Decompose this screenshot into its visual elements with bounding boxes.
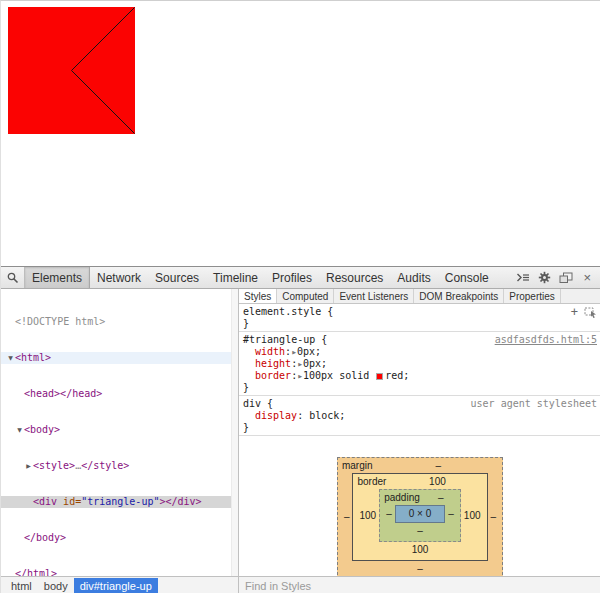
tab-sources[interactable]: Sources bbox=[148, 267, 206, 288]
margin-left-value[interactable]: – bbox=[344, 511, 350, 523]
sidebar-tabs: Styles Computed Event Listeners DOM Brea… bbox=[239, 289, 600, 304]
element-style-selector[interactable]: element.style { bbox=[243, 306, 333, 318]
padding-bottom-value[interactable]: – bbox=[384, 524, 456, 539]
tab-sources-label: Sources bbox=[155, 271, 199, 285]
padding-label: padding bbox=[384, 492, 426, 504]
expand-shorthand-icon[interactable]: ▶ bbox=[298, 358, 302, 370]
tab-profiles[interactable]: Profiles bbox=[265, 267, 319, 288]
breadcrumb-body[interactable]: body bbox=[38, 578, 74, 593]
expander-right-icon[interactable]: ▶ bbox=[24, 460, 33, 472]
toggle-element-state-icon[interactable] bbox=[584, 307, 597, 318]
tree-row-html[interactable]: ▼<html> bbox=[1, 352, 231, 364]
border-bottom-value[interactable]: 100 bbox=[357, 543, 482, 558]
user-agent-stylesheet-label: user agent stylesheet bbox=[471, 398, 597, 410]
expander-down-icon[interactable]: ▼ bbox=[15, 424, 24, 436]
div-selector[interactable]: div { bbox=[243, 398, 273, 410]
css-property-display[interactable]: display: block; bbox=[243, 410, 597, 422]
body-close-tag: </body> bbox=[24, 532, 66, 543]
styles-sidebar: Styles Computed Event Listeners DOM Brea… bbox=[239, 289, 600, 593]
tree-row-body[interactable]: ▼<body> bbox=[1, 424, 231, 436]
breadcrumb-html[interactable]: html bbox=[5, 578, 38, 593]
tab-styles-label: Styles bbox=[244, 291, 271, 302]
padding-left-value[interactable]: – bbox=[386, 508, 392, 520]
find-in-styles-placeholder: Find in Styles bbox=[245, 580, 311, 592]
border-right-value[interactable]: 100 bbox=[464, 510, 481, 522]
dock-window-icon bbox=[559, 272, 573, 284]
tab-properties-label: Properties bbox=[509, 291, 555, 302]
tree-row-html-close[interactable]: </html> bbox=[1, 568, 231, 576]
tab-resources[interactable]: Resources bbox=[319, 267, 390, 288]
tab-audits[interactable]: Audits bbox=[390, 267, 437, 288]
padding-right-value[interactable]: – bbox=[448, 508, 454, 520]
tab-timeline[interactable]: Timeline bbox=[206, 267, 265, 288]
tree-row-triangle-div[interactable]: <div id="triangle-up"></div> bbox=[1, 496, 231, 508]
margin-right-value[interactable]: – bbox=[491, 511, 497, 523]
border-top-value[interactable]: 100 bbox=[392, 476, 482, 488]
expand-shorthand-icon[interactable]: ▶ bbox=[298, 370, 302, 382]
console-drawer-button[interactable] bbox=[516, 272, 530, 283]
head-tag: <head></head> bbox=[24, 388, 102, 399]
tab-styles[interactable]: Styles bbox=[239, 289, 277, 303]
expand-shorthand-icon[interactable]: ▶ bbox=[292, 346, 296, 358]
tab-event-listeners[interactable]: Event Listeners bbox=[334, 289, 414, 303]
border-label: border bbox=[357, 476, 392, 488]
colon: : bbox=[291, 358, 297, 369]
tree-row-doctype[interactable]: <!DOCTYPE html> bbox=[1, 316, 231, 328]
triangle-up-selector[interactable]: #triangle-up { bbox=[243, 334, 327, 346]
doctype-text: <!DOCTYPE html> bbox=[15, 316, 105, 327]
tab-console[interactable]: Console bbox=[438, 267, 496, 288]
margin-label: margin bbox=[342, 460, 379, 472]
tab-computed-label: Computed bbox=[282, 291, 328, 302]
tab-network[interactable]: Network bbox=[90, 267, 148, 288]
styles-pane-body: element.style { + } bbox=[239, 304, 600, 576]
brace-open: { bbox=[327, 306, 333, 317]
close-devtools-button[interactable]: × bbox=[581, 271, 593, 284]
tab-properties[interactable]: Properties bbox=[504, 289, 561, 303]
padding-top-value[interactable]: – bbox=[426, 492, 456, 504]
expander-down-icon[interactable]: ▼ bbox=[6, 352, 15, 364]
border-left-value[interactable]: 100 bbox=[359, 510, 376, 522]
dom-breadcrumb-bar: html body div#triangle-up bbox=[1, 576, 238, 593]
tab-resources-label: Resources bbox=[326, 271, 383, 285]
brace-open: { bbox=[321, 334, 327, 345]
devtools-main: <!DOCTYPE html> ▼<html> <head></head> ▼<… bbox=[1, 289, 600, 593]
box-model-padding: padding– – 0 × 0 – – bbox=[379, 489, 461, 542]
property-color-value: red; bbox=[385, 370, 409, 381]
color-swatch[interactable] bbox=[376, 373, 383, 380]
elements-panel: <!DOCTYPE html> ▼<html> <head></head> ▼<… bbox=[1, 289, 239, 593]
tree-row-style[interactable]: ▶<style>…</style> bbox=[1, 460, 231, 472]
settings-button[interactable] bbox=[538, 271, 551, 284]
tree-row-head[interactable]: <head></head> bbox=[1, 388, 231, 400]
div-close-tag: </div> bbox=[166, 496, 202, 507]
console-drawer-icon bbox=[516, 272, 530, 283]
css-property-width[interactable]: width:▶0px; bbox=[243, 346, 597, 358]
margin-bottom-value[interactable]: – bbox=[342, 562, 498, 577]
colon: : bbox=[291, 370, 297, 381]
tab-computed[interactable]: Computed bbox=[277, 289, 334, 303]
breadcrumb-div-triangle-up[interactable]: div#triangle-up bbox=[74, 578, 158, 593]
box-model-margin: margin– – border100 100 padding– bbox=[337, 457, 503, 580]
new-style-rule-button[interactable]: + bbox=[571, 307, 578, 317]
margin-top-value[interactable]: – bbox=[379, 460, 499, 472]
tab-elements-label: Elements bbox=[32, 271, 82, 285]
rule-element-style: element.style { + } bbox=[239, 304, 600, 332]
tree-row-body-close[interactable]: </body> bbox=[1, 532, 231, 544]
devtools-toolbar: Elements Network Sources Timeline Profil… bbox=[1, 267, 600, 289]
stylesheet-link[interactable]: asdfasdfds.html:5 bbox=[495, 334, 597, 346]
tab-profiles-label: Profiles bbox=[272, 271, 312, 285]
tab-dom-breakpoints[interactable]: DOM Breakpoints bbox=[414, 289, 504, 303]
css-property-height[interactable]: height:▶0px; bbox=[243, 358, 597, 370]
devtools-panel: Elements Network Sources Timeline Profil… bbox=[1, 266, 600, 593]
selector-text: div bbox=[243, 398, 261, 409]
tree-scrollbar[interactable] bbox=[231, 289, 238, 576]
property-value: block; bbox=[303, 410, 345, 421]
find-in-styles-bar[interactable]: Find in Styles bbox=[239, 576, 600, 593]
dock-side-button[interactable] bbox=[559, 272, 573, 284]
toolbar-right-controls: × bbox=[516, 267, 600, 288]
inspect-search-button[interactable] bbox=[1, 267, 25, 288]
tab-elements[interactable]: Elements bbox=[25, 267, 90, 288]
dom-tree: <!DOCTYPE html> ▼<html> <head></head> ▼<… bbox=[1, 289, 231, 576]
search-icon bbox=[7, 272, 19, 284]
css-property-border[interactable]: border:▶100px solid red; bbox=[243, 370, 597, 382]
box-model-content[interactable]: 0 × 0 bbox=[395, 505, 446, 523]
